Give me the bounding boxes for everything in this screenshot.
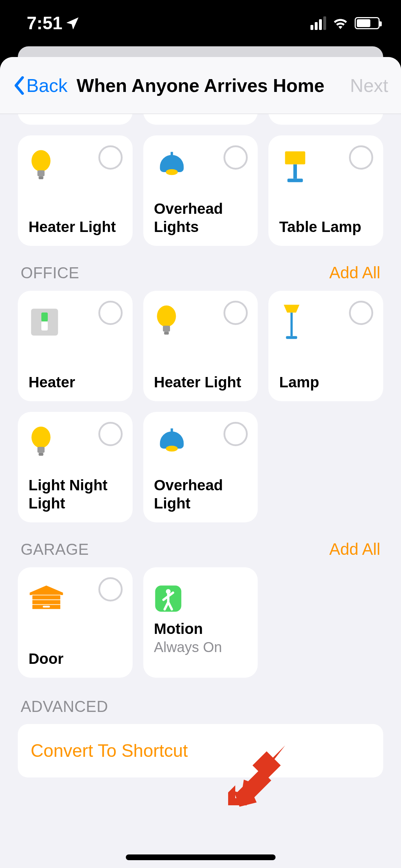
svg-rect-22 — [32, 600, 61, 604]
card-label: Heater Light — [29, 218, 122, 236]
svg-rect-1 — [37, 170, 45, 176]
accessory-card[interactable]: Table Lamp — [268, 135, 383, 246]
section-title-advanced: ADVANCED — [21, 698, 108, 715]
accessory-card[interactable]: Heater Light — [143, 291, 258, 401]
svg-rect-18 — [38, 453, 43, 456]
svg-marker-32 — [240, 787, 257, 807]
card-label: Heater Light — [154, 373, 247, 391]
back-label: Back — [26, 75, 68, 96]
card-label: Table Lamp — [279, 218, 372, 236]
accessory-card[interactable]: Overhead Lights — [143, 135, 258, 246]
svg-rect-24 — [43, 606, 50, 608]
nav-bar: Back When Anyone Arrives Home Next — [0, 57, 401, 114]
radio-unchecked[interactable] — [98, 301, 123, 325]
svg-rect-12 — [163, 326, 170, 332]
radio-unchecked[interactable] — [98, 422, 123, 446]
accessory-card[interactable] — [268, 114, 383, 125]
svg-point-16 — [31, 427, 50, 448]
svg-rect-13 — [164, 332, 169, 335]
svg-rect-7 — [288, 179, 303, 182]
wifi-icon — [333, 17, 348, 29]
card-label: Lamp — [279, 373, 372, 391]
accessory-card[interactable]: Door — [18, 567, 133, 678]
svg-rect-17 — [37, 447, 45, 453]
svg-rect-6 — [293, 164, 297, 179]
svg-point-20 — [166, 446, 178, 452]
svg-point-0 — [31, 150, 50, 171]
svg-point-4 — [166, 169, 178, 175]
radio-unchecked[interactable] — [223, 301, 248, 325]
add-all-button[interactable]: Add All — [329, 263, 380, 282]
radio-unchecked[interactable] — [223, 145, 248, 170]
accessory-card[interactable] — [143, 114, 258, 125]
svg-rect-5 — [285, 151, 305, 165]
convert-to-shortcut-row[interactable]: Convert To Shortcut — [18, 724, 383, 777]
section-title-office: OFFICE — [21, 264, 79, 282]
radio-unchecked[interactable] — [98, 577, 123, 601]
card-label: Motion — [154, 620, 247, 638]
card-label: Door — [29, 650, 122, 668]
battery-icon — [355, 17, 380, 29]
card-label: Light Night Light — [29, 476, 122, 512]
modal-sheet: Back When Anyone Arrives Home Next Heate… — [0, 57, 401, 868]
accessory-card[interactable]: Light Night Light — [18, 412, 133, 522]
content-scroll[interactable]: Heater Light Overhead Lights Table Lamp … — [0, 114, 401, 868]
accessory-card[interactable] — [18, 114, 133, 125]
accessory-card[interactable]: Heater — [18, 291, 133, 401]
card-label: Overhead Lights — [154, 200, 247, 236]
svg-rect-10 — [41, 321, 48, 330]
accessory-card[interactable]: Heater Light — [18, 135, 133, 246]
radio-unchecked[interactable] — [223, 422, 248, 446]
accessory-card[interactable]: Lamp — [268, 291, 383, 401]
status-time: 7:51 — [27, 13, 62, 33]
accessory-card[interactable]: Motion Always On — [143, 567, 258, 678]
motion-sensor-icon — [154, 577, 247, 620]
section-title-garage: GARAGE — [21, 541, 89, 558]
next-button[interactable]: Next — [350, 75, 388, 96]
home-indicator[interactable] — [126, 854, 276, 860]
add-all-button[interactable]: Add All — [329, 539, 380, 559]
location-icon — [67, 17, 79, 29]
back-button[interactable]: Back — [13, 75, 68, 96]
radio-unchecked[interactable] — [349, 145, 373, 170]
svg-rect-21 — [32, 595, 61, 600]
radio-unchecked[interactable] — [349, 301, 373, 325]
svg-rect-15 — [286, 336, 297, 339]
svg-rect-2 — [38, 176, 43, 179]
card-sublabel: Always On — [154, 639, 247, 655]
status-bar: 7:51 — [0, 0, 401, 46]
card-label: Heater — [29, 373, 122, 391]
signal-icon — [310, 16, 326, 30]
radio-unchecked[interactable] — [98, 145, 123, 170]
card-label: Overhead Light — [154, 476, 247, 512]
svg-point-11 — [157, 305, 176, 327]
svg-marker-31 — [234, 791, 254, 807]
svg-rect-14 — [291, 312, 293, 336]
accessory-card[interactable]: Overhead Light — [143, 412, 258, 522]
convert-to-shortcut-label: Convert To Shortcut — [31, 741, 188, 761]
svg-rect-9 — [41, 312, 48, 321]
